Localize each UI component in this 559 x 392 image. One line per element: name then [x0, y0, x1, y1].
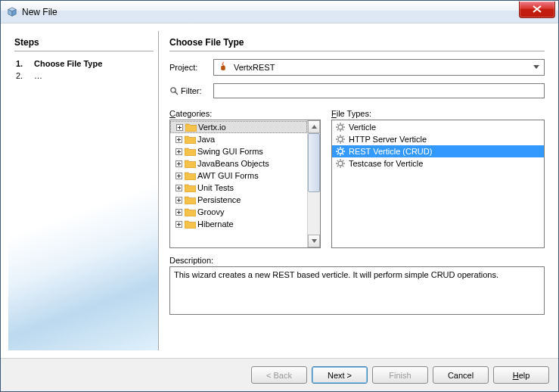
svg-line-57	[343, 148, 343, 149]
folder-icon	[185, 135, 196, 144]
svg-line-65	[343, 166, 343, 166]
folder-icon	[185, 159, 196, 168]
tree-item[interactable]: AWT GUI Forms	[170, 170, 307, 182]
svg-line-67	[337, 166, 338, 166]
folder-icon	[185, 219, 196, 229]
tree-item[interactable]: JavaBeans Objects	[170, 157, 307, 170]
dialog-window: New File Steps 1. Choose File Type 2. … …	[0, 0, 559, 392]
scroll-track[interactable]	[308, 133, 320, 235]
gear-icon	[335, 158, 346, 169]
svg-line-55	[337, 148, 338, 149]
svg-line-64	[337, 160, 338, 161]
filter-row: Filter:	[169, 83, 545, 98]
svg-line-49	[337, 142, 338, 142]
svg-line-39	[343, 124, 343, 125]
svg-line-4	[175, 92, 179, 95]
folder-icon	[185, 195, 196, 204]
svg-line-46	[337, 136, 338, 137]
description-section: Description: This wizard creates a new R…	[169, 256, 545, 315]
tree-item[interactable]: Vertx.io	[170, 121, 307, 133]
svg-line-38	[343, 129, 343, 130]
scrollbar-vertical[interactable]	[307, 120, 320, 247]
filter-input[interactable]	[213, 83, 545, 98]
step-item: 1. Choose File Type	[16, 58, 154, 70]
svg-point-59	[338, 161, 343, 166]
filetypes-column: File Types: Verticle HTTP Server Verticl…	[331, 109, 545, 248]
project-row: Project: VertxREST	[169, 59, 545, 76]
filetypes-listbox[interactable]: Verticle HTTP Server Verticle REST Verti…	[331, 120, 545, 248]
search-icon	[169, 86, 179, 95]
gear-icon	[335, 134, 346, 145]
categories-column: Categories: Vertx.io Java Swing GUI Form…	[169, 109, 321, 248]
tree-item[interactable]: Java	[170, 133, 307, 145]
svg-point-3	[171, 88, 175, 92]
project-label: Project:	[169, 63, 209, 72]
tree-item[interactable]: Hibernate	[170, 218, 307, 230]
scroll-up-button[interactable]	[308, 120, 320, 133]
close-button[interactable]	[519, 2, 555, 18]
folder-icon	[185, 147, 196, 156]
back-button[interactable]: < Back	[251, 366, 307, 384]
steps-list: 1. Choose File Type 2. …	[14, 58, 154, 82]
svg-line-66	[343, 160, 343, 161]
tree-expand-icon[interactable]	[175, 160, 183, 168]
project-combobox[interactable]: VertxREST	[213, 59, 545, 76]
folder-icon	[185, 207, 196, 216]
folder-icon	[185, 171, 196, 180]
filetype-item[interactable]: HTTP Server Verticle	[332, 133, 544, 145]
svg-line-40	[337, 129, 338, 130]
tree-item[interactable]: Swing GUI Forms	[170, 145, 307, 157]
tree-expand-icon[interactable]	[175, 220, 183, 229]
help-button[interactable]: Help	[493, 366, 549, 384]
tree-expand-icon[interactable]	[175, 184, 183, 192]
step-item: 2. …	[16, 70, 154, 82]
java-project-icon	[217, 61, 229, 73]
tree-expand-icon[interactable]	[175, 135, 183, 144]
scroll-thumb[interactable]	[308, 133, 320, 192]
filter-label: Filter:	[169, 86, 209, 95]
tree-expand-icon[interactable]	[175, 123, 184, 132]
tree-expand-icon[interactable]	[175, 172, 183, 180]
steps-pane: Steps 1. Choose File Type 2. …	[8, 31, 158, 350]
dialog-body: Steps 1. Choose File Type 2. … Choose Fi…	[1, 23, 558, 358]
app-cube-icon	[7, 7, 17, 17]
cancel-button[interactable]: Cancel	[433, 366, 489, 384]
svg-point-50	[338, 149, 343, 154]
main-heading: Choose File Type	[169, 37, 545, 51]
tree-expand-icon[interactable]	[175, 208, 183, 216]
svg-line-47	[343, 142, 343, 142]
folder-icon	[185, 123, 197, 132]
lists-row: Categories: Vertx.io Java Swing GUI Form…	[169, 109, 545, 248]
filetype-item[interactable]: REST Verticle (CRUD)	[332, 145, 544, 157]
button-bar: < Back Next > Finish Cancel Help	[1, 358, 558, 391]
svg-point-32	[338, 125, 343, 129]
folder-icon	[185, 183, 196, 192]
tree-item[interactable]: Groovy	[170, 206, 307, 218]
tree-expand-icon[interactable]	[175, 196, 183, 204]
finish-button[interactable]: Finish	[372, 366, 428, 384]
titlebar: New File	[1, 1, 558, 23]
tree-item[interactable]: Unit Tests	[170, 182, 307, 194]
next-button[interactable]: Next >	[312, 366, 368, 384]
filetype-item[interactable]: Testcase for Verticle	[332, 157, 544, 170]
project-value: VertxREST	[234, 63, 275, 72]
steps-heading: Steps	[14, 37, 154, 51]
tree-expand-icon[interactable]	[175, 148, 183, 156]
categories-listbox[interactable]: Vertx.io Java Swing GUI Forms JavaBeans …	[169, 120, 321, 248]
categories-label: Categories:	[169, 109, 321, 118]
svg-point-41	[338, 137, 343, 142]
filetype-item[interactable]: Verticle	[332, 121, 544, 133]
svg-line-37	[337, 124, 338, 125]
main-pane: Choose File Type Project: VertxREST	[158, 31, 551, 350]
window-title: New File	[22, 7, 519, 17]
description-box: This wizard creates a new REST based ver…	[169, 266, 545, 315]
categories-tree: Vertx.io Java Swing GUI Forms JavaBeans …	[170, 120, 307, 247]
filetypes-label: File Types:	[331, 109, 545, 118]
svg-line-58	[337, 154, 338, 154]
gear-icon	[335, 146, 346, 157]
chevron-down-icon	[530, 65, 542, 70]
description-label: Description:	[169, 256, 545, 265]
svg-line-48	[343, 136, 343, 137]
tree-item[interactable]: Persistence	[170, 194, 307, 206]
scroll-down-button[interactable]	[308, 235, 320, 247]
